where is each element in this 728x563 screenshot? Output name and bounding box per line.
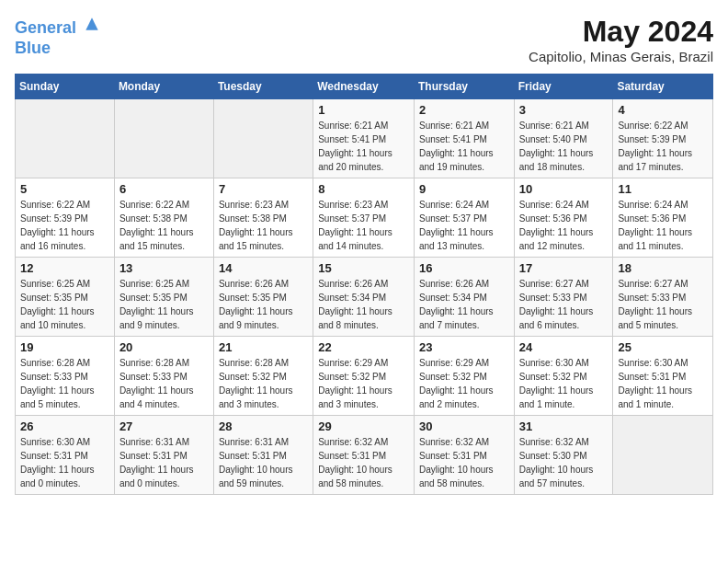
day-number: 11 <box>618 182 708 196</box>
day-number: 23 <box>419 340 509 354</box>
day-number: 6 <box>119 182 209 196</box>
calendar-cell: 6Sunrise: 6:22 AM Sunset: 5:38 PM Daylig… <box>114 178 213 258</box>
day-number: 24 <box>519 340 609 354</box>
day-info: Sunrise: 6:23 AM Sunset: 5:38 PM Dayligh… <box>219 198 308 253</box>
day-number: 10 <box>519 182 609 196</box>
day-number: 31 <box>519 419 609 433</box>
calendar-cell: 29Sunrise: 6:32 AM Sunset: 5:31 PM Dayli… <box>313 416 415 495</box>
weekday-header-saturday: Saturday <box>613 75 713 99</box>
day-number: 26 <box>20 419 109 433</box>
day-info: Sunrise: 6:22 AM Sunset: 5:39 PM Dayligh… <box>618 119 708 174</box>
day-number: 16 <box>419 261 509 275</box>
day-info: Sunrise: 6:25 AM Sunset: 5:35 PM Dayligh… <box>20 277 109 332</box>
calendar-cell: 15Sunrise: 6:26 AM Sunset: 5:34 PM Dayli… <box>313 258 415 337</box>
day-number: 20 <box>119 340 209 354</box>
day-number: 2 <box>419 103 509 117</box>
day-info: Sunrise: 6:24 AM Sunset: 5:36 PM Dayligh… <box>519 198 609 253</box>
day-info: Sunrise: 6:29 AM Sunset: 5:32 PM Dayligh… <box>419 356 509 411</box>
day-number: 13 <box>119 261 209 275</box>
day-info: Sunrise: 6:32 AM Sunset: 5:30 PM Dayligh… <box>519 435 609 490</box>
logo-icon <box>83 15 101 33</box>
calendar-cell: 10Sunrise: 6:24 AM Sunset: 5:36 PM Dayli… <box>514 178 613 258</box>
calendar-cell: 17Sunrise: 6:27 AM Sunset: 5:33 PM Dayli… <box>514 258 613 337</box>
logo: General Blue <box>15 15 101 58</box>
day-info: Sunrise: 6:31 AM Sunset: 5:31 PM Dayligh… <box>119 435 209 490</box>
day-number: 4 <box>618 103 708 117</box>
day-number: 29 <box>318 419 409 433</box>
calendar-cell: 28Sunrise: 6:31 AM Sunset: 5:31 PM Dayli… <box>213 416 313 495</box>
day-info: Sunrise: 6:24 AM Sunset: 5:37 PM Dayligh… <box>419 198 509 253</box>
location-subtitle: Capitolio, Minas Gerais, Brazil <box>529 49 713 64</box>
day-info: Sunrise: 6:31 AM Sunset: 5:31 PM Dayligh… <box>219 435 308 490</box>
day-number: 14 <box>219 261 308 275</box>
day-info: Sunrise: 6:29 AM Sunset: 5:32 PM Dayligh… <box>318 356 409 411</box>
calendar-cell: 23Sunrise: 6:29 AM Sunset: 5:32 PM Dayli… <box>414 337 514 416</box>
day-info: Sunrise: 6:21 AM Sunset: 5:41 PM Dayligh… <box>318 119 409 174</box>
calendar-cell: 5Sunrise: 6:22 AM Sunset: 5:39 PM Daylig… <box>16 178 115 258</box>
day-number: 9 <box>419 182 509 196</box>
weekday-header-sunday: Sunday <box>16 75 115 99</box>
calendar-cell: 30Sunrise: 6:32 AM Sunset: 5:31 PM Dayli… <box>414 416 514 495</box>
day-info: Sunrise: 6:27 AM Sunset: 5:33 PM Dayligh… <box>519 277 609 332</box>
calendar-cell: 24Sunrise: 6:30 AM Sunset: 5:32 PM Dayli… <box>514 337 613 416</box>
calendar-cell: 20Sunrise: 6:28 AM Sunset: 5:33 PM Dayli… <box>114 337 213 416</box>
calendar-cell <box>16 99 115 178</box>
day-info: Sunrise: 6:22 AM Sunset: 5:39 PM Dayligh… <box>20 198 109 253</box>
calendar-cell: 4Sunrise: 6:22 AM Sunset: 5:39 PM Daylig… <box>613 99 713 178</box>
calendar-cell: 31Sunrise: 6:32 AM Sunset: 5:30 PM Dayli… <box>514 416 613 495</box>
day-number: 25 <box>618 340 708 354</box>
calendar-cell: 27Sunrise: 6:31 AM Sunset: 5:31 PM Dayli… <box>114 416 213 495</box>
day-info: Sunrise: 6:21 AM Sunset: 5:40 PM Dayligh… <box>519 119 609 174</box>
calendar-cell: 16Sunrise: 6:26 AM Sunset: 5:34 PM Dayli… <box>414 258 514 337</box>
calendar-cell: 26Sunrise: 6:30 AM Sunset: 5:31 PM Dayli… <box>16 416 115 495</box>
day-info: Sunrise: 6:26 AM Sunset: 5:34 PM Dayligh… <box>318 277 409 332</box>
day-info: Sunrise: 6:30 AM Sunset: 5:31 PM Dayligh… <box>618 356 708 411</box>
day-number: 5 <box>20 182 109 196</box>
day-info: Sunrise: 6:25 AM Sunset: 5:35 PM Dayligh… <box>119 277 209 332</box>
calendar-cell: 2Sunrise: 6:21 AM Sunset: 5:41 PM Daylig… <box>414 99 514 178</box>
calendar-cell: 14Sunrise: 6:26 AM Sunset: 5:35 PM Dayli… <box>213 258 313 337</box>
day-info: Sunrise: 6:21 AM Sunset: 5:41 PM Dayligh… <box>419 119 509 174</box>
svg-marker-0 <box>85 17 97 29</box>
day-info: Sunrise: 6:26 AM Sunset: 5:34 PM Dayligh… <box>419 277 509 332</box>
day-info: Sunrise: 6:28 AM Sunset: 5:33 PM Dayligh… <box>119 356 209 411</box>
calendar-cell: 22Sunrise: 6:29 AM Sunset: 5:32 PM Dayli… <box>313 337 415 416</box>
calendar-cell: 7Sunrise: 6:23 AM Sunset: 5:38 PM Daylig… <box>213 178 313 258</box>
day-info: Sunrise: 6:23 AM Sunset: 5:37 PM Dayligh… <box>318 198 409 253</box>
calendar-cell: 18Sunrise: 6:27 AM Sunset: 5:33 PM Dayli… <box>613 258 713 337</box>
calendar-cell: 8Sunrise: 6:23 AM Sunset: 5:37 PM Daylig… <box>313 178 415 258</box>
day-number: 30 <box>419 419 509 433</box>
day-info: Sunrise: 6:32 AM Sunset: 5:31 PM Dayligh… <box>419 435 509 490</box>
calendar-cell: 9Sunrise: 6:24 AM Sunset: 5:37 PM Daylig… <box>414 178 514 258</box>
day-number: 28 <box>219 419 308 433</box>
month-year-title: May 2024 <box>529 15 713 49</box>
weekday-header-friday: Friday <box>514 75 613 99</box>
weekday-header-thursday: Thursday <box>414 75 514 99</box>
logo-blue: Blue <box>15 39 101 59</box>
calendar-week-row: 26Sunrise: 6:30 AM Sunset: 5:31 PM Dayli… <box>16 416 713 495</box>
day-number: 21 <box>219 340 308 354</box>
calendar-week-row: 12Sunrise: 6:25 AM Sunset: 5:35 PM Dayli… <box>16 258 713 337</box>
calendar-week-row: 1Sunrise: 6:21 AM Sunset: 5:41 PM Daylig… <box>16 99 713 178</box>
calendar-cell: 3Sunrise: 6:21 AM Sunset: 5:40 PM Daylig… <box>514 99 613 178</box>
logo-text: General <box>15 15 101 39</box>
day-number: 1 <box>318 103 409 117</box>
day-info: Sunrise: 6:24 AM Sunset: 5:36 PM Dayligh… <box>618 198 708 253</box>
weekday-header-tuesday: Tuesday <box>213 75 313 99</box>
day-info: Sunrise: 6:30 AM Sunset: 5:31 PM Dayligh… <box>20 435 109 490</box>
calendar-week-row: 5Sunrise: 6:22 AM Sunset: 5:39 PM Daylig… <box>16 178 713 258</box>
calendar-cell: 25Sunrise: 6:30 AM Sunset: 5:31 PM Dayli… <box>613 337 713 416</box>
day-info: Sunrise: 6:32 AM Sunset: 5:31 PM Dayligh… <box>318 435 409 490</box>
weekday-header-wednesday: Wednesday <box>313 75 415 99</box>
page-header: General Blue May 2024 Capitolio, Minas G… <box>15 15 713 64</box>
day-info: Sunrise: 6:28 AM Sunset: 5:32 PM Dayligh… <box>219 356 308 411</box>
day-number: 19 <box>20 340 109 354</box>
calendar-cell: 1Sunrise: 6:21 AM Sunset: 5:41 PM Daylig… <box>313 99 415 178</box>
calendar-table: SundayMondayTuesdayWednesdayThursdayFrid… <box>15 74 713 495</box>
calendar-cell: 12Sunrise: 6:25 AM Sunset: 5:35 PM Dayli… <box>16 258 115 337</box>
day-info: Sunrise: 6:30 AM Sunset: 5:32 PM Dayligh… <box>519 356 609 411</box>
day-number: 15 <box>318 261 409 275</box>
title-block: May 2024 Capitolio, Minas Gerais, Brazil <box>529 15 713 64</box>
day-number: 22 <box>318 340 409 354</box>
day-number: 7 <box>219 182 308 196</box>
